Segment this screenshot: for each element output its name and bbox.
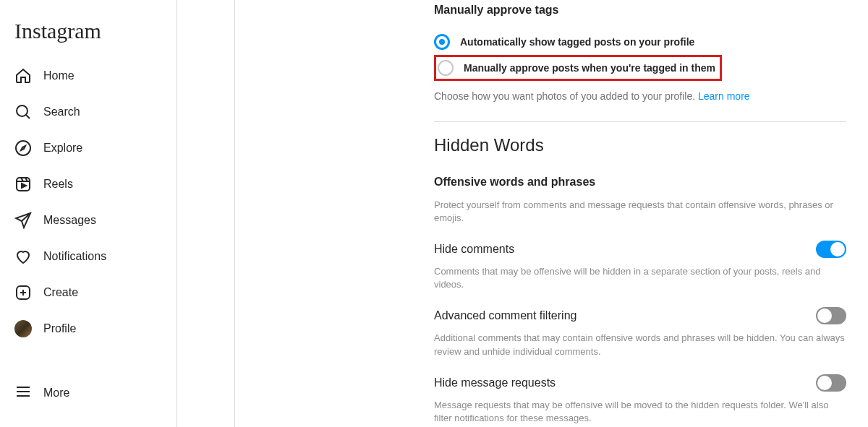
- compass-icon: [14, 139, 32, 157]
- toggle-label: Advanced comment filtering: [434, 309, 576, 322]
- learn-more-link[interactable]: Learn more: [698, 90, 750, 102]
- sidebar: Instagram Home Search Explore Reels: [0, 0, 177, 427]
- menu-icon: [14, 383, 32, 403]
- reels-icon: [14, 176, 32, 193]
- heart-icon: [14, 248, 32, 265]
- svg-line-1: [26, 115, 30, 118]
- svg-point-2: [16, 141, 30, 155]
- offensive-heading: Offensive words and phrases: [434, 176, 846, 189]
- offensive-desc: Protect yourself from comments and messa…: [434, 199, 846, 225]
- plus-square-icon: [14, 284, 32, 301]
- nav-home[interactable]: Home: [9, 58, 168, 94]
- tags-option-manual[interactable]: Manually approve posts when you're tagge…: [438, 59, 715, 77]
- svg-marker-5: [22, 184, 26, 188]
- hide-requests-section: Hide message requests Message requests t…: [434, 374, 846, 425]
- hide-requests-row: Hide message requests: [434, 374, 846, 392]
- nav-reels[interactable]: Reels: [9, 166, 168, 202]
- settings-content: Manually approve tags Automatically show…: [434, 0, 854, 427]
- radio-icon: [438, 60, 454, 76]
- tags-helper: Choose how you want photos of you added …: [434, 90, 846, 104]
- hide-comments-toggle[interactable]: [816, 241, 846, 258]
- tags-option-auto[interactable]: Automatically show tagged posts on your …: [434, 31, 846, 53]
- hidden-words-heading: Hidden Words: [434, 135, 846, 155]
- radio-label: Automatically show tagged posts on your …: [460, 36, 694, 48]
- nav-label: Search: [43, 105, 80, 118]
- nav-label: Messages: [43, 214, 96, 227]
- svg-marker-3: [21, 146, 25, 150]
- nav-notifications[interactable]: Notifications: [9, 238, 168, 275]
- offensive-section: Offensive words and phrases Protect your…: [434, 176, 846, 225]
- nav: Home Search Explore Reels Messages: [9, 58, 168, 374]
- nav-search[interactable]: Search: [9, 94, 168, 130]
- advanced-filtering-desc: Additional comments that may contain off…: [434, 332, 846, 358]
- brand-logo[interactable]: Instagram: [9, 6, 168, 58]
- nav-profile[interactable]: Profile: [9, 311, 168, 347]
- nav-label: Profile: [43, 322, 76, 335]
- nav-label: Notifications: [43, 250, 106, 263]
- advanced-filtering-row: Advanced comment filtering: [434, 307, 846, 324]
- nav-create[interactable]: Create: [9, 275, 168, 311]
- toggle-label: Hide message requests: [434, 376, 556, 389]
- nav-more[interactable]: More: [9, 374, 168, 413]
- nav-label: Home: [43, 69, 75, 82]
- hide-comments-desc: Comments that may be offensive will be h…: [434, 265, 846, 291]
- helper-prefix: Choose how you want photos of you added …: [434, 90, 698, 102]
- highlight-annotation: Manually approve posts when you're tagge…: [434, 55, 722, 81]
- nav-label: Reels: [43, 178, 73, 191]
- radio-label: Manually approve posts when you're tagge…: [464, 62, 715, 74]
- radio-icon: [434, 34, 450, 50]
- divider: [434, 121, 846, 122]
- home-icon: [14, 67, 32, 85]
- nav-label: Create: [43, 286, 78, 299]
- nav-explore[interactable]: Explore: [9, 130, 168, 166]
- nav-label: More: [43, 387, 69, 400]
- nav-label: Explore: [43, 142, 82, 155]
- send-icon: [14, 212, 32, 229]
- hide-requests-desc: Message requests that may be offensive w…: [434, 399, 846, 425]
- toggle-label: Hide comments: [434, 243, 514, 256]
- advanced-filtering-section: Advanced comment filtering Additional co…: [434, 307, 846, 358]
- svg-point-0: [17, 105, 27, 116]
- hide-comments-row: Hide comments: [434, 241, 846, 258]
- nav-messages[interactable]: Messages: [9, 202, 168, 238]
- search-icon: [14, 103, 32, 121]
- tags-heading: Manually approve tags: [434, 4, 846, 17]
- avatar: [14, 320, 32, 337]
- settings-subnav: [177, 0, 235, 427]
- tags-radio-group: Automatically show tagged posts on your …: [434, 31, 846, 81]
- advanced-filtering-toggle[interactable]: [816, 307, 846, 324]
- hide-comments-section: Hide comments Comments that may be offen…: [434, 241, 846, 291]
- hide-requests-toggle[interactable]: [816, 374, 846, 392]
